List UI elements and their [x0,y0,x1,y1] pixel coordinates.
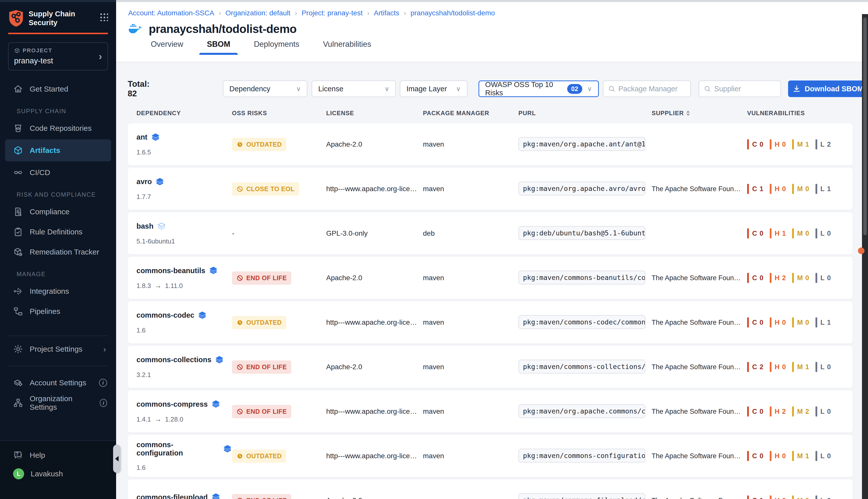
sidebar-item-integrations[interactable]: Integrations [0,281,116,301]
sidebar-item-ci-cd[interactable]: CI/CD [0,162,116,183]
license-cell: Apache-2.0 [326,497,423,499]
purl-chip[interactable]: pkg:maven/org.apache.commons/com… [518,404,645,418]
risk-badge: OUTDATED [232,138,286,151]
package-manager-cell: maven [423,497,518,499]
filter-license[interactable]: License ∨ [312,81,396,97]
risk-badge: END OF LIFE [232,405,291,418]
dependency-version: 1.7.7 [137,193,232,201]
breadcrumb-link[interactable]: Organization: default [225,9,290,17]
sidebar-item-account-settings[interactable]: Account Settingsi [0,373,116,393]
license-cell: http---www.apache.org-lice… [326,318,423,327]
vuln-severity-c: C0 [747,228,764,239]
filter-owasp-top10[interactable]: OWASP OSS Top 10 Risks 02 ∨ [478,81,599,97]
vuln-severity-m: M0 [792,228,809,239]
column-header-purl[interactable]: PURL [518,110,652,117]
table-row[interactable]: ant 1.6.5 OUTDATED Apache-2.0 maven pkg:… [128,123,853,166]
dependency-name: bash [137,222,153,230]
table-row[interactable]: commons-beanutils 1.8.3→1.11.0 END OF LI… [128,257,853,299]
sidebar-item-pipelines[interactable]: Pipelines [0,301,116,321]
vuln-severity-c: C2 [747,362,764,372]
breadcrumb-link[interactable]: Artifacts [374,9,399,17]
package-manager-search-input[interactable] [618,85,686,93]
box-icon [13,145,23,156]
table-body: ant 1.6.5 OUTDATED Apache-2.0 maven pkg:… [128,123,853,499]
project-selector[interactable]: PROJECT pranay-test › [8,42,108,70]
oss-risk-cell: END OF LIFE [232,405,326,418]
column-header-vulnerabilities[interactable]: VULNERABILITIES [747,110,853,117]
severity-bar [770,317,771,328]
oss-risk-cell: OUTDATED [232,138,326,151]
sidebar-item-user[interactable]: L Lavakush [0,464,116,484]
table-row[interactable]: commons-fileupload END OF LIFE Apache-2.… [128,479,853,499]
sidebar-collapse-handle[interactable] [113,445,121,473]
severity-bar [747,228,749,239]
vuln-severity-h: H0 [770,317,786,328]
sidebar-item-remediation-tracker[interactable]: Remediation Tracker [0,242,116,262]
vulnerabilities-cell: C1H0M0L0 [747,496,853,499]
vertical-scrollbar[interactable] [862,14,868,499]
layers-icon [155,177,164,186]
vulnerabilities-cell: C1H0M0L1 [747,184,853,194]
breadcrumb-link[interactable]: Account: Automation-SSCA [128,9,214,17]
column-header-package-manager[interactable]: PACKAGE MANAGER [423,110,518,117]
sidebar-item-rule-definitions[interactable]: Rule Definitions [0,222,116,242]
supplier-search-input[interactable] [714,85,776,93]
sidebar-item-help[interactable]: ? Help [0,447,116,464]
dependency-name: ant [137,133,148,141]
tab-deployments[interactable]: Deployments [246,36,307,54]
sidebar-item-get-started[interactable]: Get Started [0,79,116,99]
severity-bar [747,139,749,149]
sidebar-item-code-repositories[interactable]: Code Repositories [0,118,116,138]
vuln-severity-l: L1 [816,184,831,194]
purl-chip[interactable]: pkg:maven/commons-fileupload/com… [518,493,645,499]
risk-badge: END OF LIFE [232,494,291,499]
license-cell: http---www.apache.org-lice… [326,452,423,460]
package-manager-cell: maven [423,318,518,327]
filter-image-layer[interactable]: Image Layer ∨ [400,81,467,97]
column-header-oss-risks[interactable]: OSS RISKS [232,110,326,117]
table-row[interactable]: commons-codec 1.6 OUTDATED http---www.ap… [128,301,853,343]
breadcrumb-separator: › [295,9,297,17]
purl-chip[interactable]: pkg:maven/commons-beanutils/comm… [518,271,645,284]
sidebar-item-project-settings[interactable]: Project Settings› [0,339,116,359]
brand-accent-bar [8,33,108,34]
breadcrumb-link[interactable]: Project: pranay-test [302,9,363,17]
sidebar-item-compliance[interactable]: Compliance [0,202,116,222]
dependency-name: commons-compress [137,400,208,409]
vuln-severity-l: L0 [816,406,831,416]
app-switcher-grid-icon[interactable] [100,13,108,21]
tab-overview[interactable]: Overview [143,36,191,54]
tab-vulnerabilities[interactable]: Vulnerabilities [315,36,379,54]
table-row[interactable]: commons-compress 1.4.1→1.28.0 END OF LIF… [128,390,853,433]
column-header-supplier[interactable]: SUPPLIER [652,110,747,117]
table-row[interactable]: commons-configuration 1.6 OUTDATED http-… [128,435,853,477]
tab-sbom[interactable]: SBOM [199,36,238,54]
purl-chip[interactable]: pkg:deb/ubuntu/bash@5.1-6ubuntu1 [518,226,645,240]
layers-icon [209,266,218,275]
download-icon [793,85,801,93]
info-icon: i [100,399,107,407]
sidebar-item-organization-settings[interactable]: Organization Settingsi [0,393,116,413]
column-header-license[interactable]: LICENSE [326,110,423,117]
purl-chip[interactable]: pkg:maven/commons-configuration/… [518,449,645,463]
purl-chip[interactable]: pkg:maven/org.apache.ant/ant@1.6… [518,137,645,151]
scrollbar-thumb[interactable] [863,17,867,235]
column-header-dependency[interactable]: DEPENDENCY [137,110,232,117]
oss-risk-cell: OUTDATED [232,449,326,463]
sidebar-item-artifacts[interactable]: Artifacts [5,139,111,161]
table-row[interactable]: commons-collections 3.2.1 END OF LIFE Ap… [128,346,853,388]
download-sbom-button[interactable]: Download SBOM [788,81,868,97]
purl-chip[interactable]: pkg:maven/commons-collections/co… [518,360,645,374]
purl-chip[interactable]: pkg:maven/org.apache.avro/avro@1… [518,182,645,195]
filter-dependency[interactable]: Dependency ∨ [223,81,307,97]
clipboard-check-icon [13,227,23,237]
severity-bar [792,406,794,416]
vuln-severity-h: H1 [770,228,786,239]
table-row[interactable]: bash 5.1-6ubuntu1 - GPL-3.0-only deb pkg… [128,212,853,255]
table-row[interactable]: avro 1.7.7 CLOSE TO EOL http---www.apach… [128,168,853,210]
breadcrumb: Account: Automation-SSCA›Organization: d… [116,2,868,17]
dependency-version: 5.1-6ubuntu1 [137,238,232,245]
breadcrumb-link[interactable]: pranaycshah/todolist-demo [411,9,495,17]
purl-chip[interactable]: pkg:maven/commons-codec/commons-… [518,315,645,329]
package-manager-cell: maven [423,141,518,148]
